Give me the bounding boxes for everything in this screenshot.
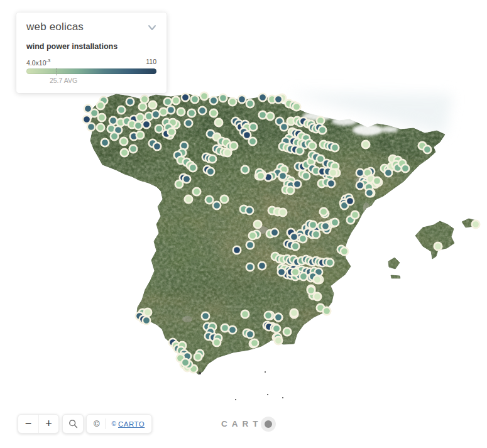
installation-dot[interactable]: [302, 172, 310, 180]
installation-dot[interactable]: [172, 97, 180, 104]
installation-dot[interactable]: [160, 108, 167, 116]
installation-dot[interactable]: [275, 314, 282, 321]
installation-dot[interactable]: [143, 317, 150, 324]
installation-dot[interactable]: [312, 231, 320, 238]
installation-dot[interactable]: [90, 109, 98, 117]
installation-dot[interactable]: [249, 138, 256, 145]
installation-dot[interactable]: [191, 96, 199, 103]
installation-dot[interactable]: [210, 97, 217, 104]
installation-dot[interactable]: [246, 331, 254, 338]
installation-dot[interactable]: [331, 219, 339, 226]
installation-dot[interactable]: [188, 109, 195, 117]
installation-dot[interactable]: [134, 122, 142, 129]
installation-dot[interactable]: [314, 293, 321, 300]
installation-dot[interactable]: [153, 143, 161, 150]
installation-dot[interactable]: [118, 106, 125, 114]
installation-dot[interactable]: [182, 359, 189, 366]
installation-dot[interactable]: [215, 119, 222, 126]
installation-dot[interactable]: [202, 312, 209, 320]
installation-dot[interactable]: [149, 101, 156, 109]
installation-dot[interactable]: [279, 172, 287, 180]
installation-dot[interactable]: [193, 188, 200, 195]
chevron-down-icon[interactable]: [148, 25, 156, 31]
installation-dot[interactable]: [257, 172, 265, 180]
installation-dot[interactable]: [126, 98, 134, 106]
installation-dot[interactable]: [327, 180, 335, 187]
installation-dot[interactable]: [213, 202, 221, 209]
installation-dot[interactable]: [293, 103, 300, 111]
installation-dot[interactable]: [246, 263, 254, 271]
installation-dot[interactable]: [290, 309, 298, 317]
installation-dot[interactable]: [373, 177, 381, 185]
installation-dot[interactable]: [309, 142, 316, 150]
installation-dot[interactable]: [241, 310, 249, 318]
installation-dot[interactable]: [238, 96, 246, 103]
installation-dot[interactable]: [254, 221, 261, 228]
installation-dot[interactable]: [219, 94, 227, 102]
installation-dot[interactable]: [275, 337, 282, 344]
installation-dot[interactable]: [177, 108, 185, 116]
installation-dot[interactable]: [402, 165, 409, 172]
installation-dot[interactable]: [249, 123, 257, 131]
installation-dot[interactable]: [139, 103, 146, 111]
installation-dot[interactable]: [136, 131, 144, 139]
installation-dot[interactable]: [326, 259, 334, 266]
carto-attribution-link[interactable]: © CARTO: [112, 420, 145, 428]
zoom-in-button[interactable]: +: [38, 415, 58, 433]
installation-dot[interactable]: [241, 166, 249, 173]
installation-dot[interactable]: [155, 125, 163, 133]
installation-dot[interactable]: [329, 169, 337, 177]
installation-dot[interactable]: [366, 189, 373, 197]
installation-dot[interactable]: [246, 100, 254, 107]
installation-dot[interactable]: [279, 209, 287, 216]
installation-dot[interactable]: [259, 111, 266, 119]
installation-dot[interactable]: [273, 325, 280, 332]
installation-dot[interactable]: [385, 169, 392, 177]
installation-dot[interactable]: [101, 139, 109, 146]
installation-dot[interactable]: [98, 114, 106, 121]
installation-dot[interactable]: [185, 195, 192, 203]
installation-dot[interactable]: [309, 221, 317, 229]
installation-dot[interactable]: [200, 92, 208, 100]
installation-dot[interactable]: [121, 149, 128, 156]
installation-dot[interactable]: [207, 168, 214, 175]
installation-dot[interactable]: [246, 207, 253, 214]
installation-dot[interactable]: [265, 312, 272, 319]
installation-dot[interactable]: [221, 195, 228, 203]
installation-dot[interactable]: [136, 114, 144, 121]
installation-dot[interactable]: [323, 307, 331, 315]
installation-dot[interactable]: [83, 116, 90, 123]
installation-dot[interactable]: [351, 211, 359, 219]
installation-dot[interactable]: [175, 180, 183, 188]
installation-dot[interactable]: [292, 243, 299, 250]
installation-dot[interactable]: [183, 175, 190, 183]
installation-dot[interactable]: [233, 246, 241, 254]
installation-dot[interactable]: [362, 141, 369, 148]
installation-dot[interactable]: [221, 324, 229, 332]
installation-dot[interactable]: [141, 96, 148, 103]
installation-dot[interactable]: [182, 94, 189, 101]
installation-dot[interactable]: [278, 268, 285, 276]
installation-dot[interactable]: [280, 123, 288, 131]
installation-dot[interactable]: [283, 328, 291, 336]
installation-dot[interactable]: [111, 133, 118, 140]
installation-dot[interactable]: [229, 98, 236, 106]
installation-dot[interactable]: [296, 147, 304, 155]
installation-dot[interactable]: [167, 106, 175, 114]
installation-dot[interactable]: [152, 111, 160, 118]
installation-dot[interactable]: [292, 268, 299, 276]
installation-dot[interactable]: [251, 339, 258, 347]
installation-dot[interactable]: [97, 102, 104, 109]
installation-dot[interactable]: [356, 182, 364, 189]
installation-dot[interactable]: [209, 155, 216, 163]
installation-dot[interactable]: [307, 287, 315, 294]
installation-dot[interactable]: [249, 232, 256, 239]
installation-dot[interactable]: [109, 117, 117, 124]
installation-dot[interactable]: [213, 339, 221, 346]
installation-dot[interactable]: [246, 241, 254, 249]
installation-dot[interactable]: [194, 353, 202, 361]
installation-dot[interactable]: [129, 145, 137, 153]
installation-dot[interactable]: [266, 112, 274, 120]
installation-dot[interactable]: [320, 208, 327, 216]
installation-dot[interactable]: [164, 98, 172, 106]
